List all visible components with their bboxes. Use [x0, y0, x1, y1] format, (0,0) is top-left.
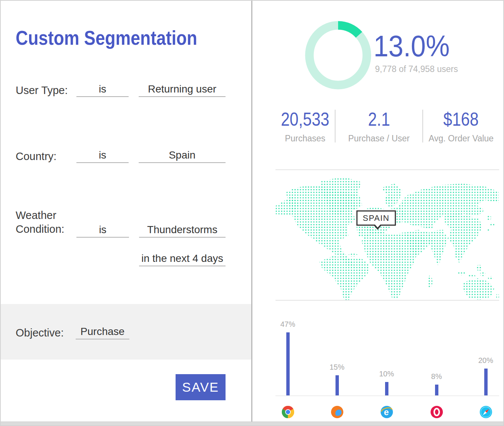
user-type-operator-field[interactable]: is — [76, 84, 129, 97]
stat-avg-order-value-label: Avg. Order Value — [423, 134, 499, 144]
chart-baseline — [275, 395, 499, 396]
donut-percent-value: 13.0% — [374, 30, 450, 63]
weather-value-field[interactable]: Thunderstorms — [139, 224, 226, 238]
bar-value-chrome: 47% — [271, 320, 305, 329]
browser-share-chart: 47% 15% 10% 8% 20% — [253, 316, 504, 426]
country-operator-field[interactable]: is — [76, 150, 129, 163]
save-button[interactable]: SAVE — [176, 374, 226, 400]
firefox-icon — [320, 406, 354, 418]
bar-column-opera: 8% — [420, 316, 453, 395]
user-type-label: User Type: — [16, 84, 68, 97]
stat-purchase-per-user-value: 2.1 — [368, 110, 390, 129]
donut-segment — [338, 25, 359, 35]
bar-column-safari: 20% — [469, 316, 503, 395]
panel-divider — [251, 1, 252, 426]
stat-purchases: 20,533 Purchases — [275, 110, 335, 142]
world-map: SPAIN — [275, 169, 499, 301]
bar-column-ie: 10% — [370, 316, 403, 395]
stat-avg-order-value-value: $168 — [444, 110, 479, 129]
donut-chart — [305, 21, 371, 90]
user-type-value-field[interactable]: Returning user — [139, 84, 226, 97]
internet-explorer-icon: e — [370, 406, 403, 418]
continents — [275, 177, 499, 300]
weather-operator-field[interactable]: is — [76, 224, 129, 238]
stat-purchase-per-user: 2.1 Purchase / User — [335, 110, 422, 142]
stat-purchases-value: 20,533 — [281, 110, 330, 129]
bar-safari — [484, 369, 488, 395]
bar-column-firefox: 15% — [320, 316, 354, 395]
bar-opera — [435, 385, 438, 395]
objective-value-field[interactable]: Purchase — [76, 326, 129, 339]
stat-purchases-label: Purchases — [275, 134, 335, 144]
opera-icon — [420, 406, 453, 418]
donut-subtitle: 9,778 of 74,958 users — [375, 64, 458, 74]
bottom-edge — [1, 422, 503, 425]
bar-value-opera: 8% — [420, 372, 453, 381]
weather-condition-label: Weather Condition: — [16, 209, 83, 236]
objective-label: Objective: — [16, 326, 64, 340]
country-value-field[interactable]: Spain — [139, 150, 226, 163]
stat-avg-order-value: $168 Avg. Order Value — [422, 110, 499, 142]
chrome-icon — [271, 406, 305, 418]
weather-value-field-line2[interactable]: in the next 4 days — [139, 253, 226, 266]
bar-chrome — [286, 332, 290, 395]
safari-icon — [469, 406, 503, 418]
page-title: Custom Segmentation — [16, 26, 197, 49]
bar-value-firefox: 15% — [320, 363, 354, 372]
map-tooltip-spain: SPAIN — [356, 210, 396, 226]
bar-firefox — [336, 375, 339, 395]
custom-segmentation-app: Custom Segmentation User Type: is Return… — [0, 0, 504, 426]
bar-column-chrome: 47% — [271, 316, 305, 395]
stat-purchase-per-user-label: Purchase / User — [336, 134, 422, 144]
map-tooltip-text: SPAIN — [363, 213, 390, 223]
bar-value-safari: 20% — [469, 356, 503, 365]
bar-value-ie: 10% — [370, 370, 403, 378]
world-map-svg — [275, 170, 499, 300]
bar-ie — [385, 382, 388, 395]
country-label: Country: — [16, 150, 57, 163]
